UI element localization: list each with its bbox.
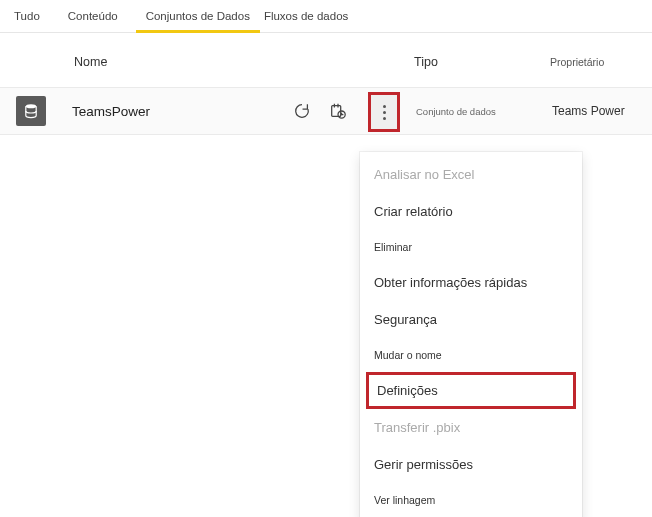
tab-all[interactable]: Tudo — [4, 6, 50, 32]
menu-delete[interactable]: Eliminar — [360, 230, 582, 264]
tab-content[interactable]: Conteúdo — [58, 6, 128, 32]
svg-rect-1 — [332, 106, 341, 117]
tab-datasets[interactable]: Conjuntos de Dados — [136, 6, 260, 32]
refresh-icon[interactable] — [292, 101, 312, 121]
context-menu: Analisar no Excel Criar relatório Elimin… — [360, 152, 582, 517]
menu-download-pbix: Transferir .pbix — [360, 409, 582, 446]
menu-view-lineage[interactable]: Ver linhagem — [360, 483, 582, 517]
menu-manage-permissions[interactable]: Gerir permissões — [360, 446, 582, 483]
tab-bar: Tudo Conteúdo Conjuntos de Dados Fluxos … — [0, 0, 652, 33]
row-owner[interactable]: Teams Power — [552, 104, 625, 118]
menu-create-report[interactable]: Criar relatório — [360, 193, 582, 230]
more-options-button[interactable] — [368, 92, 400, 132]
dataset-icon — [16, 96, 46, 126]
svg-point-0 — [26, 104, 36, 108]
menu-settings[interactable]: Definições — [366, 372, 576, 409]
row-name[interactable]: TeamsPower — [72, 104, 150, 119]
col-header-type[interactable]: Tipo — [414, 55, 438, 69]
row-type: Conjunto de dados — [416, 106, 496, 117]
col-header-name[interactable]: Nome — [74, 55, 107, 69]
menu-rename[interactable]: Mudar o nome — [360, 338, 582, 372]
schedule-refresh-icon[interactable] — [328, 101, 348, 121]
more-vertical-icon — [383, 105, 386, 120]
row-actions — [292, 101, 348, 121]
tab-dataflows[interactable]: Fluxos de dados — [254, 6, 358, 32]
menu-analyze-excel: Analisar no Excel — [360, 156, 582, 193]
menu-security[interactable]: Segurança — [360, 301, 582, 338]
column-headers: Nome Tipo Proprietário — [0, 33, 652, 87]
table-row[interactable]: TeamsPower Conjunto de dados Teams Power — [0, 87, 652, 135]
menu-quick-insights[interactable]: Obter informações rápidas — [360, 264, 582, 301]
col-header-owner[interactable]: Proprietário — [550, 56, 604, 68]
